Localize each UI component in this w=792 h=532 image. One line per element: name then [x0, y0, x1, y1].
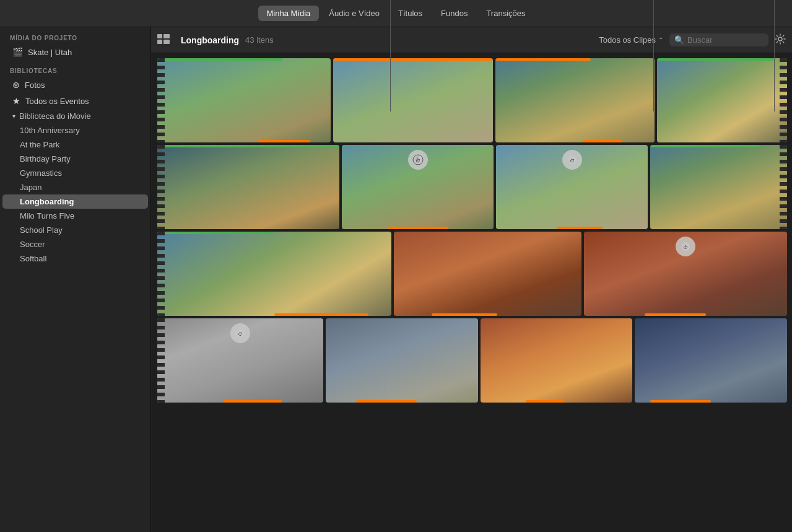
- range-bar-bottom: [394, 313, 581, 316]
- star-icon: ★: [12, 96, 20, 106]
- clip-filter-label: Todos os Clipes: [599, 35, 656, 45]
- range-bar-top: [495, 58, 655, 61]
- tab-minha-midia[interactable]: Minha Mídia: [258, 6, 320, 21]
- range-bar-bottom: [342, 227, 494, 229]
- sidebar-biblioteca-imovie-header[interactable]: ▾ Biblioteca do iMovie: [2, 109, 148, 123]
- chevron-up-icon: ⌃: [658, 37, 663, 43]
- tab-fundos[interactable]: Fundos: [432, 6, 476, 21]
- range-bar-top: [157, 58, 331, 61]
- video-thumb[interactable]: ⏱: [584, 232, 787, 316]
- sidebar-item-milo-turns-five[interactable]: Milo Turns Five: [2, 209, 148, 223]
- todos-eventos-label: Todos os Eventos: [25, 97, 89, 106]
- svg-text:⏱: ⏱: [238, 331, 243, 337]
- video-row-1: [157, 58, 787, 142]
- video-row-2: ⏱ ⏱: [157, 145, 787, 229]
- school-play-label: School Play: [20, 225, 63, 235]
- sidebar-item-soccer[interactable]: Soccer: [2, 237, 148, 251]
- search-icon: 🔍: [674, 35, 684, 45]
- tab-audio-video[interactable]: Áudio e Vídeo: [320, 6, 388, 21]
- range-bar-bottom: [496, 227, 648, 229]
- japan-label: Japan: [20, 183, 41, 192]
- gymnastics-label: Gymnastics: [20, 168, 62, 178]
- sidebar-item-softball[interactable]: Softball: [2, 251, 148, 266]
- video-thumb[interactable]: [650, 145, 787, 229]
- video-thumb[interactable]: ⏱: [157, 318, 323, 403]
- content-title: Longboarding: [181, 35, 239, 45]
- slow-mo-badge: ⏱: [676, 237, 695, 256]
- video-thumb[interactable]: [394, 232, 581, 316]
- sidebar-item-school-play[interactable]: School Play: [2, 223, 148, 237]
- range-bar-bottom: [157, 313, 391, 316]
- soccer-label: Soccer: [20, 240, 45, 249]
- chevron-down-icon: ▾: [12, 113, 15, 120]
- video-grid: ⏱ ⏱: [151, 53, 792, 532]
- content-count: 43 itens: [245, 35, 274, 45]
- svg-rect-0: [157, 34, 162, 38]
- range-bar-bottom: [157, 400, 323, 403]
- tab-transicoes[interactable]: Transições: [477, 6, 534, 21]
- range-bar-bottom: [495, 140, 655, 142]
- video-row-3: ⏱: [157, 232, 787, 316]
- clip-right-edge: [780, 145, 787, 229]
- sidebar-item-fotos[interactable]: ⊛ Fotos: [2, 77, 148, 93]
- clip-right-edge: [780, 58, 787, 142]
- search-input[interactable]: [687, 35, 764, 45]
- svg-text:⏱: ⏱: [416, 158, 420, 164]
- svg-point-4: [778, 37, 782, 41]
- video-thumb[interactable]: [495, 58, 655, 142]
- longboarding-label: Longboarding: [20, 197, 74, 206]
- sidebar-item-project[interactable]: 🎬 Skate | Utah: [2, 44, 148, 60]
- slow-mo-badge: ⏱: [408, 150, 428, 170]
- tab-titulos[interactable]: Títulos: [389, 6, 431, 21]
- svg-text:⏱: ⏱: [570, 158, 575, 164]
- sidebar-item-todos-eventos[interactable]: ★ Todos os Eventos: [2, 93, 148, 109]
- clip-left-edge: [157, 318, 165, 403]
- clapperboard-icon: 🎬: [12, 47, 23, 57]
- toolbar-tabs: Minha Mídia Áudio e Vídeo Títulos Fundos…: [258, 6, 534, 21]
- sidebar-item-longboarding[interactable]: Longboarding: [2, 194, 148, 209]
- svg-rect-2: [157, 40, 162, 44]
- svg-rect-1: [163, 34, 170, 38]
- slow-mo-badge: ⏱: [562, 150, 582, 170]
- range-bar-top: [650, 145, 787, 147]
- range-bar-bottom: [157, 140, 331, 142]
- sidebar-item-at-the-park[interactable]: At the Park: [2, 137, 148, 152]
- content-pane: Longboarding 43 itens Todos os Clipes ⌃ …: [151, 27, 792, 532]
- clip-left-edge: [157, 58, 165, 142]
- svg-rect-3: [163, 40, 170, 44]
- sidebar-item-japan[interactable]: Japan: [2, 180, 148, 194]
- settings-button[interactable]: [775, 33, 786, 47]
- biblioteca-label: Biblioteca do iMovie: [19, 111, 91, 121]
- birthday-party-label: Birthday Party: [20, 154, 71, 164]
- video-row-4: ⏱: [157, 318, 787, 403]
- video-thumb[interactable]: [635, 318, 787, 403]
- search-box[interactable]: 🔍: [669, 33, 768, 46]
- main-area: MÍDIA DO PROJETO 🎬 Skate | Utah BIBLIOTE…: [0, 27, 792, 532]
- video-thumb[interactable]: [157, 145, 339, 229]
- 10th-anniversary-label: 10th Anniversary: [20, 126, 80, 135]
- video-thumb[interactable]: ⏱: [342, 145, 494, 229]
- photos-icon: ⊛: [12, 80, 20, 90]
- video-thumb[interactable]: [157, 58, 331, 142]
- range-bar-bottom: [635, 400, 787, 403]
- project-label: Skate | Utah: [28, 48, 72, 57]
- video-thumb[interactable]: [157, 232, 391, 316]
- svg-text:⏱: ⏱: [683, 245, 688, 250]
- sidebar-item-birthday-party[interactable]: Birthday Party: [2, 152, 148, 166]
- video-thumb[interactable]: ⏱: [496, 145, 648, 229]
- clip-left-edge: [157, 145, 165, 229]
- project-section-title: MÍDIA DO PROJETO: [0, 27, 150, 44]
- range-bar-bottom: [326, 400, 478, 403]
- sidebar-item-10th-anniversary[interactable]: 10th Anniversary: [2, 123, 148, 137]
- grid-view-button[interactable]: [157, 34, 170, 46]
- toolbar: Minha Mídia Áudio e Vídeo Títulos Fundos…: [0, 0, 792, 27]
- range-bar-bottom: [481, 400, 633, 403]
- video-thumb[interactable]: [657, 58, 787, 142]
- video-thumb[interactable]: [481, 318, 633, 403]
- slow-mo-badge: ⏱: [230, 323, 250, 343]
- milo-turns-five-label: Milo Turns Five: [20, 211, 74, 220]
- video-thumb[interactable]: [333, 58, 492, 142]
- video-thumb[interactable]: [326, 318, 478, 403]
- clip-left-edge: [157, 232, 165, 316]
- sidebar-item-gymnastics[interactable]: Gymnastics: [2, 166, 148, 180]
